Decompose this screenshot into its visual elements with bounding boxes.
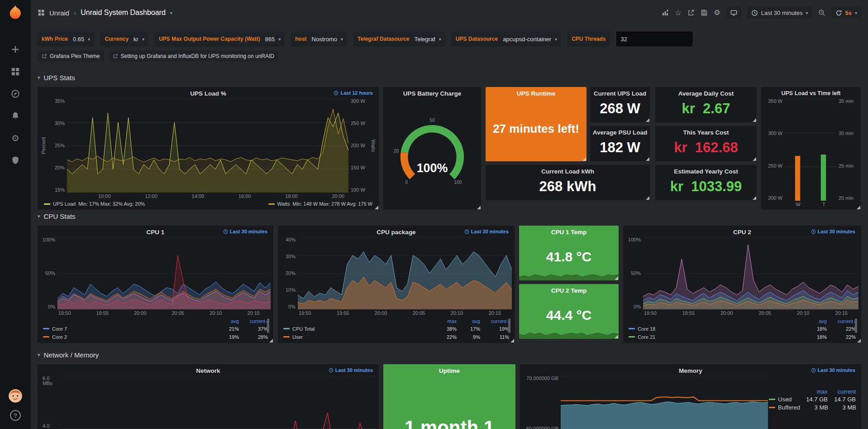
panel-title[interactable]: Estimated Yearly Cost	[655, 168, 757, 175]
legend-series-toggle[interactable]: Core 21	[629, 334, 801, 340]
row-header-cpu-stats[interactable]: ▾ CPU Stats	[38, 210, 861, 222]
panel-title[interactable]: UPS Load %	[190, 90, 226, 97]
variable-value-dropdown[interactable]: kr▾	[133, 36, 148, 43]
panel-title[interactable]: CPU package	[377, 229, 415, 236]
dashboard-dropdown-caret-icon[interactable]: ▾	[170, 10, 172, 15]
y-axis-left: 15%20%25%30%35%	[46, 99, 67, 193]
ups-load-chart[interactable]	[67, 99, 348, 193]
variable-label: UPS Datasource	[452, 36, 502, 42]
help-icon[interactable]: ?	[10, 410, 21, 421]
cpu1-chart[interactable]	[57, 237, 271, 309]
legend-col-max[interactable]: max	[433, 318, 457, 324]
admin-shield-icon[interactable]	[10, 155, 20, 165]
panel-title[interactable]: Average PSU Load	[590, 129, 650, 136]
svg-text:100: 100	[454, 180, 462, 185]
panel-title[interactable]: Current UPS Load	[590, 90, 650, 97]
cpu2-temp-sparkline	[519, 327, 619, 339]
legend-col-current[interactable]: current	[828, 388, 856, 395]
y-axis-title-right: Watts	[370, 99, 376, 193]
link-grafana-plex-theme[interactable]: Grafana Plex Theme	[38, 51, 104, 62]
panel-ups-load-percent: UPS Load % Last 12 hours Percent 15%20%2…	[38, 87, 379, 210]
variable-value-dropdown[interactable]: Nostromo▾	[311, 36, 347, 43]
ups-vs-bars-chart[interactable]	[785, 99, 836, 201]
legend-series-toggle[interactable]: Core 18	[629, 326, 801, 332]
legend-col-current[interactable]: current▾	[827, 318, 856, 324]
legend-scrollbar[interactable]	[508, 318, 510, 333]
configuration-gear-icon[interactable]: ⚙	[10, 133, 20, 143]
chevron-down-icon: ▾	[555, 37, 557, 42]
refresh-button[interactable]: 5s ▾	[831, 7, 862, 19]
variable-value-dropdown[interactable]: Telegraf▾	[413, 36, 445, 43]
panel-title[interactable]: CPU 2 Temp	[519, 287, 619, 294]
panel-title[interactable]: CPU 1	[147, 229, 165, 236]
legend-series-toggle[interactable]: User	[283, 334, 433, 340]
legend-scrollbar[interactable]	[267, 318, 269, 333]
panel-title[interactable]: UPS Load vs Time left	[781, 90, 840, 96]
panel-title[interactable]: Network	[196, 367, 220, 374]
variable-value-dropdown[interactable]: 865▾	[264, 36, 285, 43]
network-memory-row: Network Last 30 minutes 2.0 MBs4.0 MBs6.…	[38, 364, 861, 429]
breadcrumb-folder[interactable]: Unraid	[49, 9, 69, 17]
star-favorite-icon[interactable]: ☆	[675, 9, 682, 17]
save-icon[interactable]	[701, 9, 708, 16]
legend-series-toggle[interactable]: CPU Total	[283, 326, 433, 332]
legend-scrollbar[interactable]	[855, 318, 857, 333]
y-axis-left: 0%50%100%	[40, 237, 57, 309]
avatar[interactable]	[9, 389, 22, 403]
variable-value-dropdown[interactable]: apcupsd-container▾	[502, 36, 561, 43]
svg-text:0: 0	[405, 180, 408, 185]
dashboard-grid-icon[interactable]	[38, 9, 45, 16]
dashboards-icon[interactable]	[10, 67, 20, 77]
cpu-package-chart[interactable]	[298, 237, 512, 309]
cpu2-chart[interactable]	[643, 237, 858, 309]
panel-title[interactable]: Memory	[679, 367, 702, 374]
tv-kiosk-button[interactable]	[726, 7, 741, 19]
legend-series-toggle[interactable]: Used	[769, 396, 800, 403]
legend-item[interactable]: UPS Load Min: 17% Max: 32% Avg: 20%	[44, 201, 145, 207]
legend-col-avg[interactable]: avg	[457, 318, 480, 324]
cpu-threads-input[interactable]	[616, 32, 692, 46]
svg-text:50: 50	[429, 118, 435, 123]
chevron-down-icon: ▾	[38, 352, 40, 358]
chevron-down-icon: ▾	[341, 37, 343, 42]
grafana-logo[interactable]	[7, 5, 24, 21]
panel-title[interactable]: Uptime	[383, 367, 515, 374]
legend-series-toggle[interactable]: Core 2	[43, 334, 214, 340]
legend-col-max[interactable]: max	[800, 388, 828, 395]
add-panel-icon[interactable]	[662, 9, 669, 16]
panel-title[interactable]: CPU 2	[733, 229, 751, 236]
panel-title[interactable]: UPS Battery Charge	[403, 90, 461, 97]
variable-host: host Nostromo▾	[291, 32, 347, 46]
legend-col-current[interactable]: current▾	[480, 318, 509, 324]
main-content: Unraid › Unraid System Dashboard ▾ ☆ ⚙ L…	[31, 0, 868, 429]
legend-item[interactable]: Watts Min: 148 W Max: 278 W Avg: 175 W	[268, 201, 372, 207]
share-icon[interactable]	[687, 9, 695, 16]
row-header-network-memory[interactable]: ▾ Network / Memory	[38, 349, 861, 361]
breadcrumb-dashboard-title[interactable]: Unraid System Dashboard	[81, 9, 166, 17]
panel-title[interactable]: This Years Cost	[655, 129, 757, 136]
legend-col-current[interactable]: current▾	[239, 318, 268, 324]
explore-compass-icon[interactable]	[10, 89, 20, 99]
time-range-picker[interactable]: Last 30 minutes ▾	[747, 7, 812, 19]
link-ups-monitoring-guide[interactable]: Setting up Grafana and InfluxDB for UPS …	[109, 51, 279, 62]
network-chart[interactable]	[61, 376, 376, 429]
legend-series-toggle[interactable]: Core 7	[43, 326, 214, 332]
panel-title[interactable]: Average Daily Cost	[655, 90, 757, 97]
variable-value-dropdown[interactable]: 0.65▾	[72, 36, 94, 43]
row-header-ups-stats[interactable]: ▾ UPS Stats	[38, 72, 861, 83]
memory-chart[interactable]	[561, 376, 768, 429]
settings-gear-icon[interactable]: ⚙	[714, 9, 720, 16]
legend-col-avg[interactable]: avg	[801, 318, 827, 324]
y-axis-left: 200 W250 W300 W350 W	[764, 99, 785, 201]
legend-series-toggle[interactable]: Buffered	[769, 404, 800, 411]
create-plus-icon[interactable]	[10, 44, 20, 54]
series-color-dash	[43, 336, 49, 337]
alerting-bell-icon[interactable]	[10, 111, 20, 121]
panel-title[interactable]: CPU 1 Temp	[519, 229, 619, 236]
svg-text:100%: 100%	[417, 161, 448, 175]
panel-title[interactable]: UPS Runtime	[486, 90, 587, 97]
legend-col-avg[interactable]: avg	[214, 318, 239, 324]
panel-title[interactable]: Current Load kWh	[486, 168, 650, 175]
panel-average-psu-load: Average PSU Load 182 W	[590, 126, 650, 161]
zoom-out-icon[interactable]	[818, 9, 825, 16]
